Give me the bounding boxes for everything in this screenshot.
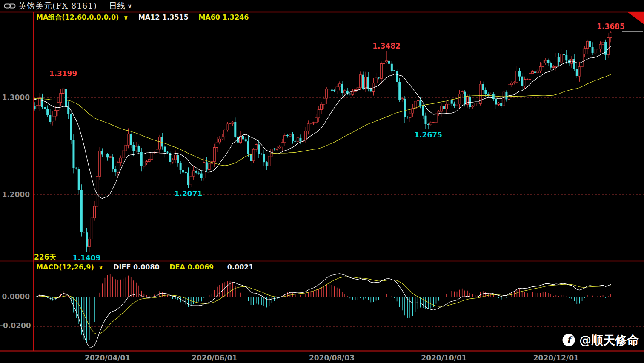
ma-group-label: MA组合(12,60,0,0,0,0) (36, 13, 119, 21)
x-axis-label: 2020/08/03 (309, 354, 355, 362)
diff-value: DIFF 0.0080 (113, 263, 159, 271)
watermark: f @顺天修命 (561, 332, 639, 349)
macd-label: MACD(12,26,9) (36, 263, 94, 271)
macd-hist-value: 0.0021 (227, 263, 254, 271)
price-annotation: 1.3199 (49, 69, 77, 78)
x-axis-label: 2020/12/01 (533, 354, 579, 362)
chart-canvas[interactable] (0, 0, 644, 363)
price-annotation: 1.2071 (175, 189, 203, 198)
ma12-value: MA12 1.3515 (138, 13, 189, 21)
price-annotation: 1.3685 (597, 22, 625, 31)
bar-count-label: 226天 (34, 252, 57, 262)
sub-axis-label-neg: -0.0200 (0, 321, 30, 330)
sub-axis-label-zero: 0.0000 (0, 292, 30, 301)
candlesticks (34, 31, 612, 252)
ma-indicator-header: MA组合(12,60,0,0,0,0) ∨ MA12 1.3515 MA60 1… (36, 13, 249, 22)
x-axis-label: 2020/06/01 (192, 354, 237, 362)
macd-histogram (34, 274, 611, 347)
price-annotation: 1.2675 (414, 131, 442, 139)
x-axis-label: 2020/10/01 (421, 354, 467, 362)
chevron-down-icon: ∨ (98, 264, 103, 271)
main-axis-label-1-3000: 1.3000 (0, 93, 30, 102)
main-axis-label-1-2000: 1.2000 (0, 190, 30, 199)
x-axis-label: 2020/04/01 (85, 354, 130, 362)
macd-indicator-header: MACD(12,26,9) ∨ DIFF 0.0080 DEA 0.0069 0… (36, 263, 254, 271)
watermark-logo-icon: f (561, 333, 576, 348)
app-root: 英镑美元(FX 8161) 日线 ∨ MA组合(12,60,0,0,0,0) ∨… (0, 0, 644, 363)
watermark-handle: @顺天修命 (579, 332, 639, 349)
price-annotation: 1.1409 (73, 254, 101, 262)
moving-average-lines (34, 46, 611, 199)
corner-fold-icon (628, 12, 644, 24)
ma-group-dropdown[interactable]: MA组合(12,60,0,0,0,0) ∨ (36, 13, 131, 21)
dea-value: DEA 0.0069 (169, 263, 214, 271)
price-annotation: 1.3482 (372, 42, 401, 50)
chevron-down-icon: ∨ (123, 14, 128, 21)
gridlines (33, 98, 644, 327)
macd-dropdown[interactable]: MACD(12,26,9) ∨ (36, 263, 106, 271)
ma60-value: MA60 1.3246 (198, 13, 249, 21)
